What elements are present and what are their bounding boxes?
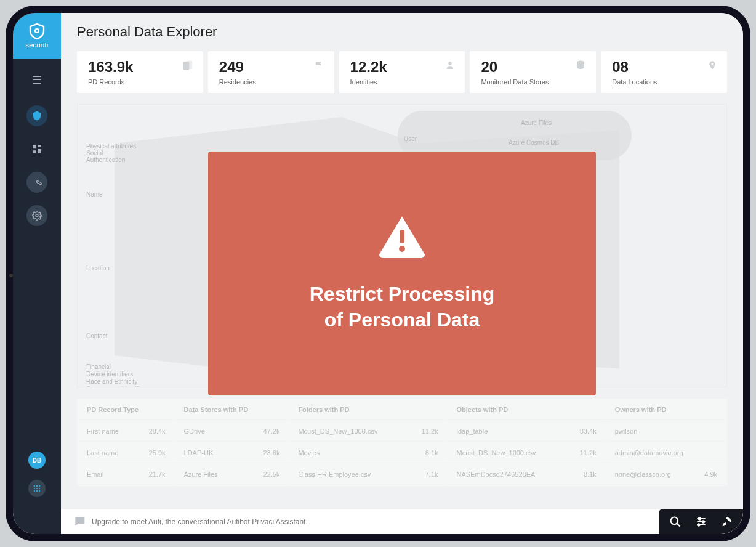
nav-tools-icon[interactable]	[26, 172, 47, 193]
svg-rect-3	[38, 149, 41, 153]
svg-rect-1	[33, 145, 36, 148]
shield-logo-icon	[28, 23, 46, 40]
svg-point-7	[36, 485, 38, 487]
svg-rect-4	[33, 150, 36, 153]
svg-point-10	[36, 488, 38, 489]
brand-logo[interactable]: securiti	[13, 13, 61, 59]
main-content: Personal Data Explorer 163.9k PD Records…	[61, 13, 743, 534]
svg-point-12	[34, 490, 35, 492]
apps-launcher-icon[interactable]	[28, 480, 46, 497]
svg-point-6	[34, 485, 35, 487]
svg-rect-20	[400, 230, 404, 243]
restrict-processing-modal[interactable]: Restrict Processing of Personal Data	[208, 152, 596, 395]
modal-overlay: Restrict Processing of Personal Data	[61, 13, 743, 534]
svg-point-21	[399, 246, 405, 252]
brand-name: securiti	[25, 41, 48, 49]
device-frame: securiti ☰ DB	[6, 6, 750, 541]
screen: securiti ☰ DB	[13, 13, 743, 534]
svg-point-8	[39, 485, 40, 487]
sidebar-nav	[26, 105, 47, 226]
menu-toggle-icon[interactable]: ☰	[32, 73, 42, 87]
svg-point-0	[35, 29, 39, 33]
nav-explorer-icon[interactable]	[26, 105, 47, 126]
sidebar-footer: DB	[28, 452, 46, 497]
svg-point-13	[36, 490, 38, 492]
svg-point-14	[39, 490, 40, 492]
user-avatar[interactable]: DB	[28, 452, 46, 469]
svg-point-11	[39, 488, 40, 489]
modal-title: Restrict Processing of Personal Data	[310, 282, 495, 333]
nav-settings-icon[interactable]	[26, 205, 47, 226]
sidebar: securiti ☰ DB	[13, 13, 61, 534]
svg-point-9	[34, 488, 35, 489]
nav-dashboard-icon[interactable]	[26, 139, 47, 160]
svg-rect-2	[38, 145, 41, 147]
warning-triangle-icon	[377, 214, 427, 258]
svg-point-5	[36, 214, 38, 217]
